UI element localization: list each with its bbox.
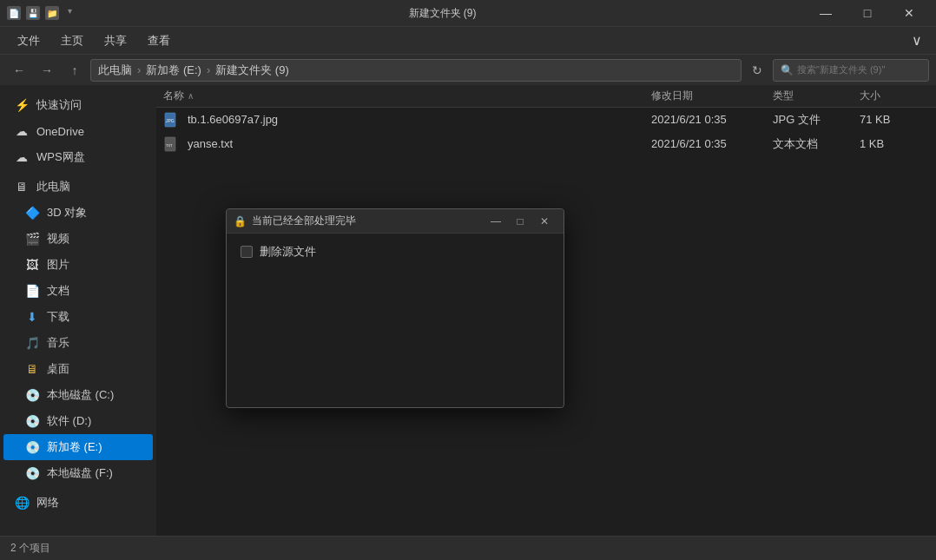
menu-bar: 文件 主页 共享 查看 ∨ bbox=[0, 26, 936, 54]
breadcrumb-computer: 此电脑 bbox=[98, 63, 132, 78]
onedrive-icon: ☁ bbox=[14, 124, 30, 138]
sidebar-network-section: 🌐 网络 bbox=[0, 490, 156, 516]
breadcrumb-folder: 新建文件夹 (9) bbox=[215, 63, 289, 78]
docs-icon: 📄 bbox=[24, 284, 40, 298]
close-button[interactable]: ✕ bbox=[889, 0, 929, 26]
dialog-lock-icon: 🔒 bbox=[234, 215, 247, 227]
sidebar-item-downloads[interactable]: ⬇ 下载 bbox=[3, 304, 153, 330]
sidebar-item-e[interactable]: 💿 新加卷 (E:) bbox=[3, 434, 153, 460]
txt-type: 文本文档 bbox=[773, 136, 860, 152]
jpg-filename: tb.1.6e0697a7.jpg bbox=[188, 113, 651, 126]
dialog-title: 当前已经全部处理完毕 bbox=[252, 214, 484, 228]
desktop-icon: 🖥 bbox=[24, 362, 40, 376]
title-bar: 📄 💾 📁 ▾ 新建文件夹 (9) — □ ✕ bbox=[0, 0, 936, 26]
folder-icon: 📁 bbox=[45, 6, 59, 20]
sidebar-item-docs[interactable]: 📄 文档 bbox=[3, 278, 153, 304]
menu-home[interactable]: 主页 bbox=[50, 30, 94, 52]
music-icon: 🎵 bbox=[24, 336, 40, 350]
maximize-button[interactable]: □ bbox=[847, 0, 887, 26]
col-name-header[interactable]: 名称 ∧ bbox=[163, 89, 651, 103]
sep1: › bbox=[137, 63, 141, 76]
file-row-jpg[interactable]: JPG tb.1.6e0697a7.jpg 2021/6/21 0:35 JPG… bbox=[156, 108, 936, 132]
window-title: 新建文件夹 (9) bbox=[79, 6, 806, 21]
sidebar-item-3d[interactable]: 🔷 3D 对象 bbox=[3, 200, 153, 226]
jpg-size: 71 KB bbox=[860, 113, 929, 126]
sidebar-item-quickaccess[interactable]: ⚡ 快速访问 bbox=[3, 92, 153, 118]
sidebar-item-d[interactable]: 💿 软件 (D:) bbox=[3, 408, 153, 434]
sidebar-item-thispc[interactable]: 🖥 此电脑 bbox=[3, 174, 153, 200]
col-type-header[interactable]: 类型 bbox=[773, 89, 860, 103]
menu-share[interactable]: 共享 bbox=[94, 30, 137, 52]
forward-button[interactable]: → bbox=[35, 58, 59, 82]
status-text: 2 个项目 bbox=[10, 541, 50, 556]
delete-source-checkbox[interactable] bbox=[241, 246, 253, 258]
jpg-date: 2021/6/21 0:35 bbox=[651, 113, 773, 126]
thispc-icon: 🖥 bbox=[14, 180, 30, 194]
up-button[interactable]: ↑ bbox=[63, 58, 87, 82]
pictures-icon: 🖼 bbox=[24, 258, 40, 272]
dialog-close-btn[interactable]: ✕ bbox=[532, 212, 557, 231]
sidebar-item-wps[interactable]: ☁ WPS网盘 bbox=[3, 144, 153, 170]
file-list-header: 名称 ∧ 修改日期 类型 大小 bbox=[156, 85, 936, 108]
c-drive-icon: 💿 bbox=[24, 388, 40, 402]
d-drive-icon: 💿 bbox=[24, 414, 40, 428]
status-bar: 2 个项目 bbox=[0, 536, 936, 560]
dialog-content: 删除源文件 bbox=[227, 234, 564, 407]
sidebar-quick-section: ⚡ 快速访问 ☁ OneDrive ☁ WPS网盘 bbox=[0, 92, 156, 170]
search-icon: 🔍 bbox=[781, 64, 794, 76]
dialog-checkbox-row: 删除源文件 bbox=[241, 244, 550, 260]
sidebar-item-network[interactable]: 🌐 网络 bbox=[3, 490, 153, 516]
col-date-header[interactable]: 修改日期 bbox=[651, 89, 773, 103]
search-placeholder: 搜索"新建文件夹 (9)" bbox=[797, 63, 885, 76]
sidebar-item-c[interactable]: 💿 本地磁盘 (C:) bbox=[3, 382, 153, 408]
window-controls: — □ ✕ bbox=[806, 0, 929, 26]
svg-text:TXT: TXT bbox=[166, 143, 173, 148]
sidebar-item-video[interactable]: 🎬 视频 bbox=[3, 226, 153, 252]
sort-arrow: ∧ bbox=[188, 91, 194, 101]
sep2: › bbox=[207, 63, 210, 76]
delete-source-label: 删除源文件 bbox=[260, 244, 316, 260]
svg-text:JPG: JPG bbox=[166, 118, 175, 123]
doc-icon: 📄 bbox=[7, 6, 21, 20]
video-icon: 🎬 bbox=[24, 232, 40, 246]
downloads-icon: ⬇ bbox=[24, 310, 40, 324]
jpg-file-icon: JPG bbox=[163, 111, 181, 128]
network-icon: 🌐 bbox=[14, 496, 30, 510]
sidebar-item-onedrive[interactable]: ☁ OneDrive bbox=[3, 118, 153, 144]
3d-icon: 🔷 bbox=[24, 206, 40, 220]
title-bar-quick-icons: 📄 💾 📁 ▾ bbox=[7, 6, 72, 20]
sidebar-item-pictures[interactable]: 🖼 图片 bbox=[3, 252, 153, 278]
txt-file-icon: TXT bbox=[163, 135, 181, 153]
txt-size: 1 KB bbox=[860, 137, 929, 150]
dialog-maximize-btn[interactable]: □ bbox=[508, 212, 532, 231]
f-drive-icon: 💿 bbox=[24, 466, 40, 480]
search-bar[interactable]: 🔍 搜索"新建文件夹 (9)" bbox=[773, 59, 929, 82]
quickaccess-icon: ⚡ bbox=[14, 98, 30, 112]
sidebar-item-music[interactable]: 🎵 音乐 bbox=[3, 330, 153, 356]
jpg-type: JPG 文件 bbox=[773, 112, 860, 128]
col-size-header[interactable]: 大小 bbox=[860, 89, 929, 103]
refresh-button[interactable]: ↻ bbox=[745, 58, 769, 82]
nav-bar: ← → ↑ 此电脑 › 新加卷 (E:) › 新建文件夹 (9) ↻ 🔍 搜索"… bbox=[0, 54, 936, 85]
menu-view[interactable]: 查看 bbox=[137, 30, 181, 52]
menu-chevron[interactable]: ∨ bbox=[905, 29, 929, 52]
menu-file[interactable]: 文件 bbox=[7, 30, 50, 52]
back-button[interactable]: ← bbox=[7, 58, 31, 82]
sidebar: ⚡ 快速访问 ☁ OneDrive ☁ WPS网盘 🖥 此电脑 🔷 3D 对象 bbox=[0, 85, 156, 536]
sidebar-item-desktop[interactable]: 🖥 桌面 bbox=[3, 356, 153, 382]
breadcrumb-drive: 新加卷 (E:) bbox=[146, 63, 201, 78]
sidebar-item-f[interactable]: 💿 本地磁盘 (F:) bbox=[3, 460, 153, 486]
dialog-title-bar: 🔒 当前已经全部处理完毕 — □ ✕ bbox=[227, 209, 564, 234]
minimize-button[interactable]: — bbox=[806, 0, 846, 26]
txt-date: 2021/6/21 0:35 bbox=[651, 137, 773, 150]
e-drive-icon: 💿 bbox=[24, 440, 40, 454]
wps-icon: ☁ bbox=[14, 150, 30, 164]
sidebar-pc-section: 🖥 此电脑 🔷 3D 对象 🎬 视频 🖼 图片 📄 文档 ⬇ 下载 bbox=[0, 174, 156, 486]
file-row-txt[interactable]: TXT yanse.txt 2021/6/21 0:35 文本文档 1 KB bbox=[156, 132, 936, 156]
txt-filename: yanse.txt bbox=[188, 137, 651, 150]
address-bar[interactable]: 此电脑 › 新加卷 (E:) › 新建文件夹 (9) bbox=[90, 59, 742, 82]
dialog[interactable]: 🔒 当前已经全部处理完毕 — □ ✕ 删除源文件 bbox=[226, 208, 564, 408]
save-icon: 💾 bbox=[26, 6, 40, 20]
dialog-minimize-btn[interactable]: — bbox=[484, 212, 508, 231]
